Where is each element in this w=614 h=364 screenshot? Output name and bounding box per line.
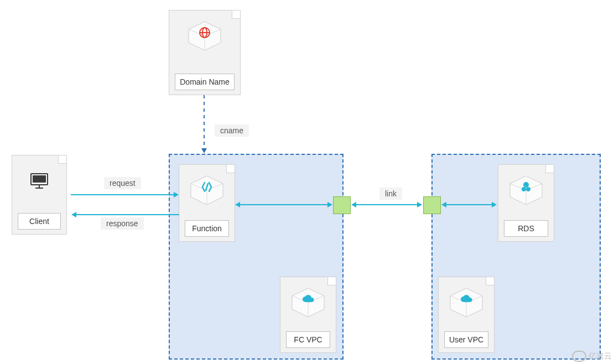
response-label: response: [101, 217, 144, 230]
fc-vpc-gateway-icon: [333, 196, 351, 214]
function-to-fcgw-edge: [240, 204, 327, 205]
user-vpc-node: User VPC: [438, 277, 495, 353]
domain-name-node: Domain Name: [169, 10, 241, 95]
watermark-text: 亿速云: [589, 351, 612, 361]
rds-label: RDS: [504, 220, 548, 237]
link-label: link: [379, 188, 402, 200]
arrowhead-icon: [492, 202, 497, 207]
svg-point-25: [522, 187, 526, 191]
watermark: 亿速云: [572, 351, 612, 362]
watermark-cloud-icon: [572, 351, 586, 362]
link-edge: [356, 204, 417, 205]
arrowhead-icon: [327, 202, 332, 207]
globe-icon: [186, 20, 223, 51]
client-node: Client: [12, 155, 67, 235]
fc-vpc-label: FC VPC: [286, 331, 330, 348]
svg-point-24: [523, 182, 529, 188]
arrowhead-icon: [441, 202, 446, 207]
function-label: Function: [185, 220, 229, 237]
cname-label: cname: [215, 124, 249, 137]
database-icon: [508, 175, 544, 206]
cname-edge: [204, 95, 205, 149]
arrowhead-icon: [351, 202, 356, 207]
cloud-icon: [290, 287, 326, 318]
usergw-to-rds-edge: [446, 204, 492, 205]
svg-rect-8: [33, 175, 46, 183]
monitor-icon: [24, 168, 54, 194]
arrowhead-icon: [417, 202, 422, 207]
arrowhead-icon: [235, 202, 240, 207]
function-icon: [189, 175, 225, 206]
response-edge: [76, 214, 179, 215]
svg-point-26: [526, 187, 530, 191]
svg-line-15: [206, 184, 208, 190]
domain-name-label: Domain Name: [175, 74, 235, 90]
arrowhead-icon: [174, 192, 179, 197]
user-vpc-gateway-icon: [423, 196, 441, 214]
arrowhead-icon: [71, 212, 76, 217]
user-vpc-label: User VPC: [444, 331, 488, 348]
rds-node: RDS: [498, 164, 554, 242]
request-label: request: [104, 177, 141, 189]
client-label: Client: [18, 213, 61, 230]
arrowhead-icon: [201, 148, 207, 153]
request-edge: [71, 194, 174, 195]
cloud-icon: [448, 287, 485, 318]
function-node: Function: [179, 164, 235, 242]
fc-vpc-node: FC VPC: [280, 277, 336, 353]
